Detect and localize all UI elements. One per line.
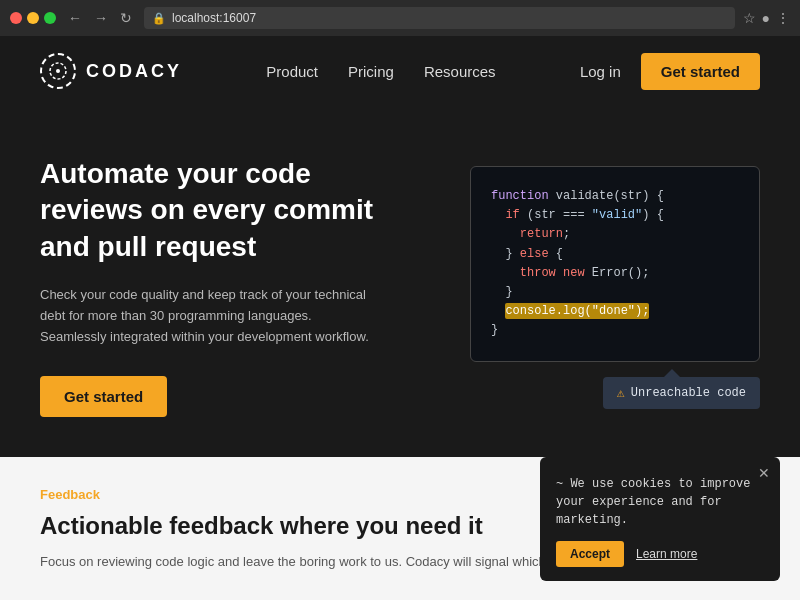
cookie-accept-button[interactable]: Accept xyxy=(556,541,624,567)
url-text: localhost:16007 xyxy=(172,11,256,25)
hero-description: Check your code quality and keep track o… xyxy=(40,285,380,347)
browser-window-controls xyxy=(10,12,56,24)
browser-toolbar-icons: ☆ ● ⋮ xyxy=(743,10,790,26)
hero-cta-button[interactable]: Get started xyxy=(40,376,167,417)
feedback-section: Feedback Actionable feedback where you n… xyxy=(0,457,800,600)
hero-title: Automate your code reviews on every comm… xyxy=(40,156,380,265)
close-window-button[interactable] xyxy=(10,12,22,24)
code-demo-area: function validate(str) { if (str === "va… xyxy=(470,156,760,409)
lock-icon: 🔒 xyxy=(152,12,166,25)
minimize-window-button[interactable] xyxy=(27,12,39,24)
browser-chrome: ← → ↻ 🔒 localhost:16007 ☆ ● ⋮ xyxy=(0,0,800,36)
nav-product[interactable]: Product xyxy=(266,63,318,80)
warning-icon: ⚠ xyxy=(617,385,625,401)
get-started-nav-button[interactable]: Get started xyxy=(641,53,760,90)
code-line-2: if (str === "valid") { xyxy=(491,206,739,225)
svg-point-1 xyxy=(56,69,60,73)
cookie-actions: Accept Learn more xyxy=(556,541,764,567)
cookie-text: ~ We use cookies to improve your experie… xyxy=(556,475,764,529)
nav-resources[interactable]: Resources xyxy=(424,63,496,80)
logo-text: CODACY xyxy=(86,61,182,82)
address-bar[interactable]: 🔒 localhost:16007 xyxy=(144,7,735,29)
hero-section: Automate your code reviews on every comm… xyxy=(0,106,800,457)
menu-icon[interactable]: ⋮ xyxy=(776,10,790,26)
tooltip-text: Unreachable code xyxy=(631,386,746,400)
logo-icon xyxy=(40,53,76,89)
nav-links: Product Pricing Resources xyxy=(266,63,495,80)
hero-content: Automate your code reviews on every comm… xyxy=(40,156,380,417)
cookie-close-button[interactable]: ✕ xyxy=(758,465,770,481)
code-line-1: function validate(str) { xyxy=(491,187,739,206)
cookie-banner: ✕ ~ We use cookies to improve your exper… xyxy=(540,457,780,581)
nav-actions: Log in Get started xyxy=(580,53,760,90)
forward-button[interactable]: → xyxy=(90,8,112,28)
nav-pricing[interactable]: Pricing xyxy=(348,63,394,80)
extensions-icon[interactable]: ● xyxy=(762,10,770,26)
unreachable-tooltip: ⚠ Unreachable code xyxy=(603,377,760,409)
code-line-4: } else { xyxy=(491,245,739,264)
code-line-7-highlight: console.log("done"); xyxy=(491,302,739,321)
star-icon[interactable]: ☆ xyxy=(743,10,756,26)
tooltip-area: ⚠ Unreachable code xyxy=(470,377,760,409)
website-content: CODACY Product Pricing Resources Log in … xyxy=(0,36,800,600)
code-line-8: } xyxy=(491,321,739,340)
login-button[interactable]: Log in xyxy=(580,63,621,80)
back-button[interactable]: ← xyxy=(64,8,86,28)
code-line-3: return; xyxy=(491,225,739,244)
maximize-window-button[interactable] xyxy=(44,12,56,24)
code-line-5: throw new Error(); xyxy=(491,264,739,283)
tooltip-arrow xyxy=(664,369,680,377)
code-window: function validate(str) { if (str === "va… xyxy=(470,166,760,362)
code-line-6: } xyxy=(491,283,739,302)
browser-nav-controls: ← → ↻ xyxy=(64,8,136,28)
cookie-learn-more-button[interactable]: Learn more xyxy=(636,547,697,561)
logo[interactable]: CODACY xyxy=(40,53,182,89)
navbar: CODACY Product Pricing Resources Log in … xyxy=(0,36,800,106)
reload-button[interactable]: ↻ xyxy=(116,8,136,28)
